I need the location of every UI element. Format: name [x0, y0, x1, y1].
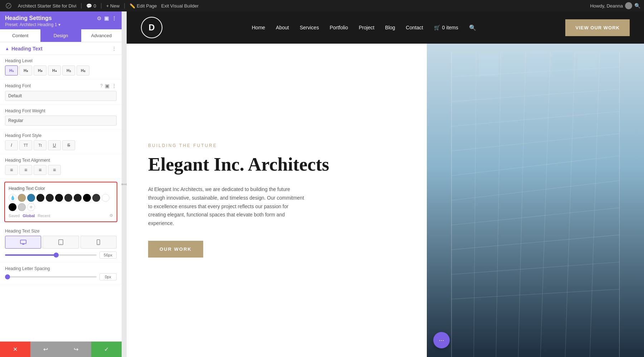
nav-search-icon[interactable]: 🔍: [469, 24, 476, 31]
collapse-icon[interactable]: ▲: [5, 46, 9, 51]
nav-cart[interactable]: 🛒 0 items: [434, 25, 458, 30]
admin-search-icon[interactable]: 🔍: [634, 3, 640, 9]
nav-cta-button[interactable]: VIEW OUR WORK: [565, 19, 630, 36]
color-swatch-blue[interactable]: [27, 194, 35, 202]
nav-portfolio[interactable]: Portfolio: [330, 25, 348, 30]
heading-font-row: Heading Font ? ▣ ⋮ Default: [0, 79, 122, 105]
h1-button[interactable]: H₁: [5, 65, 18, 75]
heading-font-select[interactable]: Default: [5, 91, 117, 101]
svg-rect-0: [20, 240, 26, 244]
alignment-buttons: ≡ ≡ ≡ ≡: [5, 165, 117, 175]
color-swatch-dark6[interactable]: [83, 194, 91, 202]
tab-content[interactable]: Content: [0, 29, 40, 42]
tab-design[interactable]: Design: [40, 29, 81, 42]
wp-admin-bar: Architect Starter Site for Divi | 💬 0 | …: [0, 0, 644, 11]
color-swatch-dark3[interactable]: [55, 194, 63, 202]
uppercase-button[interactable]: TT: [19, 140, 32, 150]
strikethrough-button[interactable]: S: [62, 140, 75, 150]
align-justify-button[interactable]: ≡: [48, 165, 61, 175]
focus-icon[interactable]: ⊙: [97, 15, 101, 21]
nav-blog[interactable]: Blog: [385, 25, 395, 30]
h6-button[interactable]: H₆: [77, 65, 89, 75]
redo-button[interactable]: ↪: [61, 342, 91, 357]
align-center-button[interactable]: ≡: [19, 165, 32, 175]
tablet-size-button[interactable]: [43, 236, 79, 249]
svg-rect-27: [454, 55, 474, 77]
hero-content: BUILDING THE FUTURE Elegant Inc. Archite…: [127, 44, 427, 357]
section-label: Heading Text: [11, 46, 43, 52]
nav-about[interactable]: About: [276, 25, 289, 30]
panel-tabs: Content Design Advanced: [0, 29, 122, 42]
svg-point-6: [98, 244, 99, 244]
save-button[interactable]: ✓: [91, 342, 122, 357]
saved-tab[interactable]: Saved: [9, 214, 20, 218]
building-image: [427, 44, 644, 357]
global-tab[interactable]: Global: [23, 214, 35, 218]
letter-spacing-slider[interactable]: [5, 276, 97, 278]
wordpress-logo[interactable]: [4, 1, 14, 11]
layout-icon[interactable]: ▣: [104, 15, 109, 21]
section-more-icon[interactable]: ⋮: [112, 46, 117, 52]
font-help-icon[interactable]: ?: [100, 83, 103, 88]
color-tabs: Saved Global Recent ⚙: [9, 213, 113, 218]
color-swatch-dark7[interactable]: [92, 194, 100, 202]
letter-spacing-slider-row: [5, 273, 117, 280]
exit-visual-builder-button[interactable]: Exit Visual Builder: [161, 3, 199, 9]
align-left-button[interactable]: ≡: [5, 165, 18, 175]
color-swatch-black[interactable]: [9, 203, 16, 211]
new-button[interactable]: + New: [106, 3, 119, 9]
panel-resize-handle[interactable]: [122, 11, 127, 357]
color-settings-icon[interactable]: ⚙: [109, 213, 113, 218]
more-icon[interactable]: ⋮: [112, 15, 117, 21]
website-preview: D Home About Services Portfolio Project …: [127, 11, 644, 357]
nav-project[interactable]: Project: [359, 25, 375, 30]
hero-body: At Elegant Inc Architects, we are dedica…: [148, 185, 306, 228]
user-menu[interactable]: Howdy, Deanna 🔍: [590, 2, 640, 9]
letter-spacing-value-input[interactable]: [99, 273, 117, 280]
nav-contact[interactable]: Contact: [406, 25, 423, 30]
underline-button[interactable]: U: [48, 140, 61, 150]
h2-button[interactable]: H₂: [19, 65, 32, 75]
align-right-button[interactable]: ≡: [34, 165, 47, 175]
text-size-value-input[interactable]: [99, 251, 117, 259]
panel-title-icons: ⊙ ▣ ⋮: [97, 15, 117, 21]
recent-tab[interactable]: Recent: [38, 214, 50, 218]
color-swatch-dark1[interactable]: [36, 194, 44, 202]
floating-action-button[interactable]: ···: [433, 332, 450, 348]
h4-button[interactable]: H₄: [48, 65, 61, 75]
add-color-button[interactable]: +: [27, 203, 35, 211]
color-swatch-dark2[interactable]: [46, 194, 54, 202]
nav-services[interactable]: Services: [300, 25, 319, 30]
comment-count[interactable]: 💬 0: [86, 3, 96, 9]
text-size-slider[interactable]: [5, 254, 97, 256]
font-icon1[interactable]: ▣: [105, 83, 109, 89]
color-swatch-dark5[interactable]: [74, 194, 82, 202]
color-swatch-tan[interactable]: [18, 194, 26, 202]
site-name[interactable]: Architect Starter Site for Divi: [18, 3, 76, 9]
panel-preset[interactable]: Preset: Architect Heading 1 ▾: [5, 22, 117, 27]
cancel-button[interactable]: ✕: [0, 342, 30, 357]
svg-rect-28: [479, 53, 498, 77]
h5-button[interactable]: H₅: [62, 65, 75, 75]
desktop-size-button[interactable]: [5, 236, 41, 249]
h3-button[interactable]: H₃: [34, 65, 47, 75]
color-swatch-lightgray[interactable]: [18, 203, 26, 211]
mobile-size-button[interactable]: [80, 236, 117, 249]
titlecase-button[interactable]: Tt: [34, 140, 47, 150]
hero-cta-button[interactable]: OUR WORK: [148, 241, 203, 258]
settings-panel: Heading Settings ⊙ ▣ ⋮ Preset: Architect…: [0, 11, 122, 357]
edit-page-button[interactable]: ✏️ Edit Page: [130, 3, 157, 9]
color-swatch-dark4[interactable]: [64, 194, 72, 202]
eyedropper-tool[interactable]: 💧: [9, 194, 16, 202]
italic-button[interactable]: I: [5, 140, 18, 150]
section-title: ▲ Heading Text: [5, 46, 43, 52]
tab-advanced[interactable]: Advanced: [81, 29, 122, 42]
color-swatch-white[interactable]: [102, 194, 109, 202]
main-layout: Heading Settings ⊙ ▣ ⋮ Preset: Architect…: [0, 11, 644, 357]
user-avatar[interactable]: [625, 2, 632, 9]
heading-font-weight-select[interactable]: Regular: [5, 116, 117, 126]
font-icon2[interactable]: ⋮: [112, 83, 117, 89]
nav-home[interactable]: Home: [252, 25, 265, 30]
undo-button[interactable]: ↩: [30, 342, 61, 357]
heading-text-color-section: Heading Text Color 💧: [4, 182, 117, 222]
